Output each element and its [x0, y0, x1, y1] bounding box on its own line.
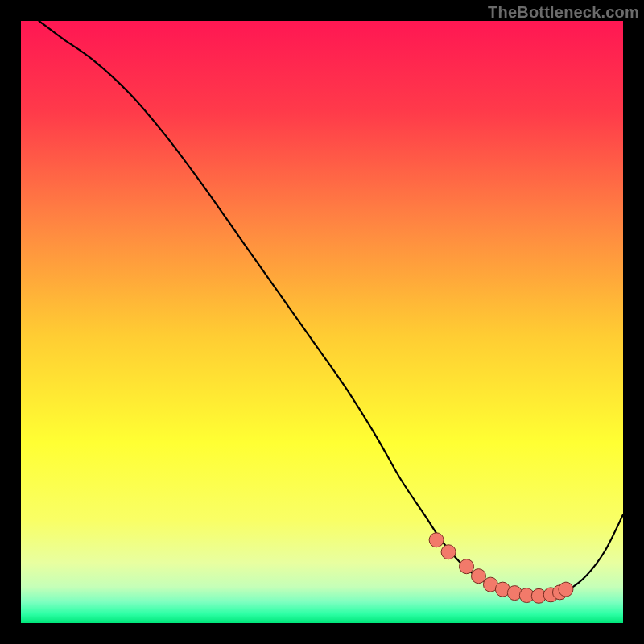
watermark-text: TheBottleneck.com	[488, 3, 639, 22]
svg-rect-0	[21, 21, 623, 623]
background-gradient	[21, 21, 623, 623]
plot-area	[21, 21, 623, 623]
chart-frame	[21, 21, 623, 623]
